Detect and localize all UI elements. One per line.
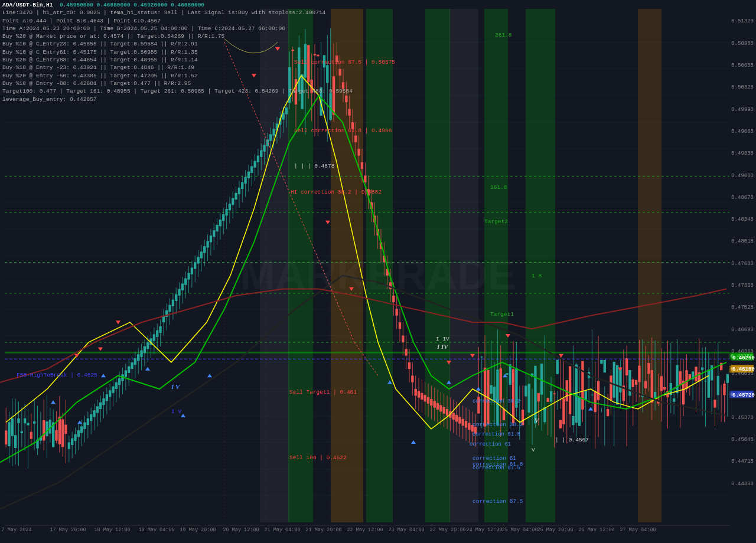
- targets: Target100: 0.477 | Target 161: 0.48955 |…: [2, 87, 353, 95]
- buy6: Buy %20 @ Entry -50: 0.43385 || Target:0…: [2, 72, 353, 80]
- buy4: Buy %20 @ C_Entry88: 0.44654 || Target:0…: [2, 56, 353, 64]
- buy2: Buy %10 @ C_Entry23: 0.45655 || Target:0…: [2, 40, 353, 48]
- buy5: Buy %10 @ Entry -23: 0.43921 || Target:0…: [2, 64, 353, 71]
- info-panel: ADA/USDT-Bin,H1 0.45950000 0.46080000 0.…: [2, 1, 353, 103]
- time-info: Time A:2024.05.23 20:00:00 | Time B:2024…: [2, 25, 353, 32]
- buy7: Buy %10 @ Entry -88: 0.42601 || Target:0…: [2, 80, 353, 87]
- leverage: leverage_Buy_entry: 0.442857: [2, 96, 353, 103]
- chart-container: ADA/USDT-Bin,H1 0.45950000 0.46080000 0.…: [0, 0, 756, 543]
- buy3: Buy %10 @ C_Entry61: 0.45175 || Target:0…: [2, 48, 353, 56]
- buy1: Buy %20 @ Market price or at: 0.4574 || …: [2, 32, 353, 40]
- symbol-line: ADA/USDT-Bin,H1 0.45950000 0.46080000 0.…: [2, 1, 353, 9]
- line-info: Line:3470 | h1_atr_c0: 0.0025 | tema_h1_…: [2, 9, 353, 17]
- point-info: Point A:0.444 | Point B:0.4643 | Point C…: [2, 17, 353, 25]
